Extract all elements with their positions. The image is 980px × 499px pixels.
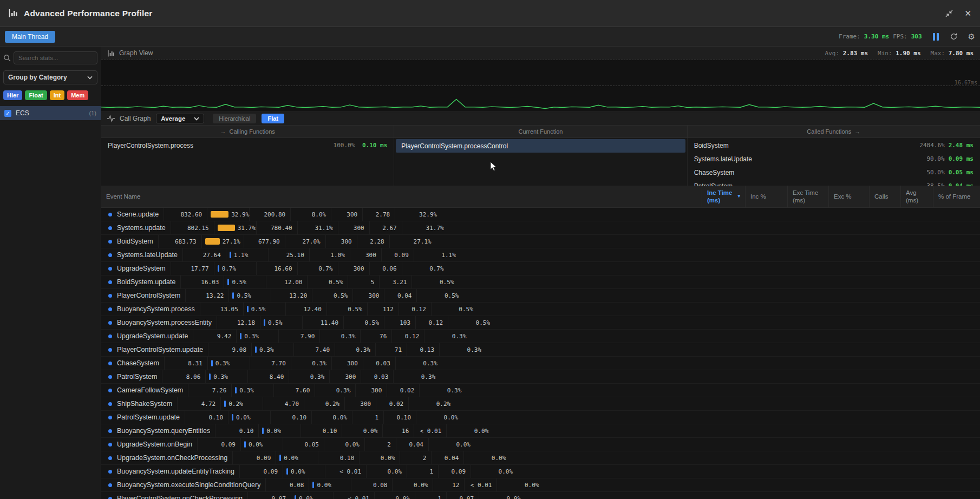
cell-inc-time: 0.09 xyxy=(240,465,283,478)
cell-inc-percent: 0.0% xyxy=(228,411,271,424)
column-header-exc-time[interactable]: Exc Time (ms) xyxy=(788,186,829,207)
table-row[interactable]: UpgradeSystem.onBegin0.090.0%0.050.0%20.… xyxy=(101,438,980,451)
filter-chip-hier[interactable]: Hier xyxy=(3,90,22,100)
cell-inc-percent: 0.5% xyxy=(260,316,303,329)
current-function-header: Current Function xyxy=(394,126,687,137)
frame-time-graph[interactable]: 16.67ms xyxy=(101,60,980,111)
cell-event-name: UpgradeSystem xyxy=(101,262,171,275)
cell-exc-percent: 0.3% xyxy=(289,370,330,383)
table-row[interactable]: Scene.update832.6032.9%200.808.0%3002.78… xyxy=(101,208,980,221)
function-name: Systems.lateUpdate xyxy=(694,155,752,163)
event-dot-icon xyxy=(108,497,112,499)
cell-exc-percent: 0.0% xyxy=(342,424,383,437)
call-percent: 2484.6% xyxy=(919,142,944,149)
pause-button[interactable] xyxy=(932,33,939,41)
table-row[interactable]: UpgradeSystem17.770.7%16.600.7%3000.060.… xyxy=(101,262,980,275)
inc-percent-bar xyxy=(235,387,237,393)
cell-exc-time: 677.90 xyxy=(244,235,285,248)
called-function-row[interactable]: Systems.lateUpdate90.0%0.09 ms xyxy=(688,152,980,166)
table-row[interactable]: BuoyancySystem.process13.050.5%12.400.5%… xyxy=(101,303,980,316)
calling-functions-header: → Calling Functions xyxy=(101,126,394,137)
chevron-down-icon xyxy=(87,76,93,80)
table-row[interactable]: ShipShakeSystem4.720.2%4.700.2%3000.020.… xyxy=(101,397,980,411)
table-row[interactable]: BuoyancySystem.queryEntities0.100.0%0.10… xyxy=(101,424,980,438)
table-row[interactable]: CameraFollowSystem7.260.3%7.600.3%3000.0… xyxy=(101,384,980,397)
chevron-down-icon xyxy=(194,117,199,121)
column-header-inc-pct[interactable]: Inc % xyxy=(746,186,788,207)
thread-tab-main[interactable]: Main Thread xyxy=(5,31,55,43)
table-row[interactable]: UpgradeSystem.onCheckProcessing0.090.0%0… xyxy=(101,451,980,465)
cell-exc-percent: 0.2% xyxy=(304,397,345,410)
close-icon[interactable]: ✕ xyxy=(964,9,971,18)
cell-event-name: UpgradeSystem.update xyxy=(101,330,193,343)
settings-gear-icon[interactable]: ⚙ xyxy=(968,32,975,42)
cell-exc-percent: 0.5% xyxy=(344,316,384,329)
group-by-select[interactable]: Group by Category xyxy=(3,70,97,84)
column-header-inc-time[interactable]: Inc Time (ms)▾ xyxy=(702,186,746,207)
table-row[interactable]: Systems.update802.1531.7%780.4031.1%3002… xyxy=(101,221,980,235)
table-row[interactable]: BoidSystem683.7327.1%677.9027.0%3002.282… xyxy=(101,235,980,248)
table-row[interactable]: PlayerControlSystem13.220.5%13.200.5%300… xyxy=(101,289,980,303)
cell-event-name: CameraFollowSystem xyxy=(101,384,188,397)
cell-exc-time: 0.10 xyxy=(301,424,342,437)
aggregation-select[interactable]: Average xyxy=(156,114,204,123)
cell-event-name: BuoyancySystem.executeSingleConditionQue… xyxy=(101,478,266,491)
table-row[interactable]: PatrolSystem8.060.3%8.400.3%3000.030.3% xyxy=(101,370,980,384)
cell-event-name: PlayerControlSystem.onCheckProcessing xyxy=(101,492,248,499)
column-header-exc-pct[interactable]: Exc % xyxy=(829,186,870,207)
table-row[interactable]: UpgradeSystem.update9.420.3%7.900.3%760.… xyxy=(101,330,980,343)
column-header-name[interactable]: Event Name xyxy=(101,186,702,207)
table-row[interactable]: Systems.lateUpdate27.641.1%25.101.0%3000… xyxy=(101,248,980,262)
table-row[interactable]: BuoyancySystem.processEntity12.180.5%11.… xyxy=(101,316,980,330)
cell-exc-percent: 1.0% xyxy=(310,248,350,261)
called-function-row[interactable]: ChaseSystem50.0%0.05 ms xyxy=(688,166,980,179)
cell-exc-time: 13.20 xyxy=(271,289,312,302)
cell-avg: 0.07 xyxy=(447,492,479,499)
event-name: ShipShakeSystem xyxy=(117,400,172,408)
checkbox[interactable]: ✓ xyxy=(4,110,11,117)
flat-button[interactable]: Flat xyxy=(262,114,284,123)
search-input[interactable] xyxy=(14,51,97,64)
cell-calls: 1 xyxy=(415,492,447,499)
restore-window-button[interactable] xyxy=(945,9,953,18)
calling-function-row[interactable]: PlayerControlSystem.process 100.0% 0.10 … xyxy=(101,139,394,152)
table-row[interactable]: PatrolSystem.update0.100.0%0.100.0%10.10… xyxy=(101,411,980,424)
category-list: ✓ECS(1) xyxy=(0,106,101,120)
table-row[interactable]: PlayerControlSystem.onCheckProcessing0.0… xyxy=(101,492,980,499)
column-header-frame-pct[interactable]: % of Frame xyxy=(933,186,980,207)
hierarchical-button[interactable]: Hierarchical xyxy=(213,114,256,123)
cell-inc-time: 17.77 xyxy=(171,262,214,275)
filter-chip-mem[interactable]: Mem xyxy=(67,90,88,100)
current-function[interactable]: PlayerControlSystem.processControl xyxy=(396,139,685,153)
table-row[interactable]: BoidSystem.update16.030.5%12.000.5%53.21… xyxy=(101,275,980,289)
filter-chip-float[interactable]: Float xyxy=(25,90,47,100)
cell-exc-percent: 0.3% xyxy=(335,343,376,356)
stats-sidebar: Group by Category HierFloatIntMem ✓ECS(1… xyxy=(0,47,101,499)
event-dot-icon xyxy=(108,375,112,379)
cell-exc-percent: 0.3% xyxy=(315,384,356,397)
called-function-row[interactable]: PatrolSystem38.5%0.04 ms xyxy=(688,179,980,186)
category-row[interactable]: ✓ECS(1) xyxy=(0,106,101,120)
event-name: Systems.update xyxy=(117,224,166,232)
cell-frame-percent: 31.7% xyxy=(402,221,449,234)
cell-avg: 2.78 xyxy=(363,208,395,221)
cell-exc-percent: 0.0% xyxy=(375,492,415,499)
table-row[interactable]: BuoyancySystem.executeSingleConditionQue… xyxy=(101,478,980,492)
inc-percent-bar xyxy=(218,225,235,231)
column-header-calls[interactable]: Calls xyxy=(870,186,901,207)
cell-exc-time: 7.60 xyxy=(274,384,315,397)
cell-inc-percent: 27.1% xyxy=(202,235,244,248)
called-function-row[interactable]: BoidSystem2484.6%2.48 ms xyxy=(688,139,980,152)
cell-frame-percent: 0.2% xyxy=(409,397,455,410)
cell-inc-time: 0.07 xyxy=(248,492,291,499)
table-row[interactable]: PlayerControlSystem.update9.080.3%7.400.… xyxy=(101,343,980,357)
refresh-icon[interactable] xyxy=(950,32,958,41)
table-row[interactable]: ChaseSystem8.310.3%7.700.3%3000.030.3% xyxy=(101,357,980,370)
bar-chart-icon xyxy=(9,9,18,18)
table-row[interactable]: BuoyancySystem.updateEntityTracking0.090… xyxy=(101,465,980,478)
event-dot-icon xyxy=(108,470,112,474)
column-header-avg[interactable]: Avg (ms) xyxy=(901,186,933,207)
cell-frame-percent: 0.0% xyxy=(416,411,463,424)
cell-exc-time: 12.40 xyxy=(286,303,327,316)
filter-chip-int[interactable]: Int xyxy=(50,90,64,100)
